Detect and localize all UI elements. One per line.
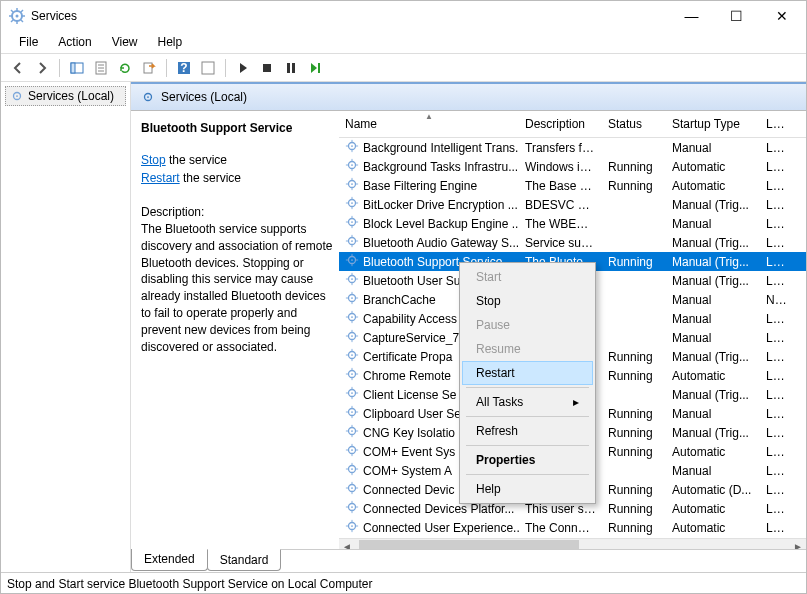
service-status	[602, 147, 666, 149]
svg-point-89	[351, 335, 353, 337]
ctx-help[interactable]: Help	[462, 477, 593, 501]
service-desc: The Base Fil...	[519, 178, 602, 194]
service-name: Client License Se	[363, 388, 456, 402]
service-status	[602, 280, 666, 282]
service-startup: Automatic	[666, 520, 760, 536]
service-logon: Loc	[760, 178, 790, 194]
forward-button[interactable]	[31, 57, 53, 79]
ctx-resume: Resume	[462, 337, 593, 361]
table-row[interactable]: BitLocker Drive Encryption ...BDESVC hos…	[339, 195, 806, 214]
service-startup: Manual	[666, 140, 760, 156]
minimize-button[interactable]: —	[669, 2, 714, 30]
col-description[interactable]: Description	[519, 111, 602, 137]
service-logon: Loc	[760, 216, 790, 232]
menu-help[interactable]: Help	[148, 33, 193, 51]
scroll-thumb[interactable]	[359, 540, 579, 549]
gear-icon	[345, 462, 359, 479]
tree-item-services-local[interactable]: Services (Local)	[5, 86, 126, 106]
service-desc: The Connec...	[519, 520, 602, 536]
menu-action[interactable]: Action	[48, 33, 101, 51]
status-bar: Stop and Start service Bluetooth Support…	[1, 572, 806, 594]
service-status	[602, 204, 666, 206]
stop-link[interactable]: Stop	[141, 153, 166, 167]
service-status: Running	[602, 520, 666, 536]
service-name: Background Intelligent Trans...	[363, 141, 519, 155]
service-status: Running	[602, 501, 666, 517]
refresh-button[interactable]	[114, 57, 136, 79]
horizontal-scrollbar[interactable]: ◄ ►	[339, 538, 806, 549]
svg-point-41	[351, 183, 353, 185]
export-button[interactable]	[138, 57, 160, 79]
svg-text:?: ?	[180, 61, 187, 75]
service-desc: Service sup...	[519, 235, 602, 251]
help-button[interactable]: ?	[173, 57, 195, 79]
service-status: Running	[602, 254, 666, 270]
scroll-left-icon[interactable]: ◄	[339, 541, 355, 549]
gear-icon	[345, 424, 359, 441]
service-logon: Net	[760, 292, 790, 308]
start-service-button[interactable]	[232, 57, 254, 79]
properties-button[interactable]	[90, 57, 112, 79]
col-logon[interactable]: Log	[760, 111, 790, 137]
tab-standard[interactable]: Standard	[207, 549, 282, 571]
ctx-all-tasks[interactable]: All Tasks▸	[462, 390, 593, 414]
service-logon: Loc	[760, 159, 790, 175]
show-hide-button[interactable]	[66, 57, 88, 79]
sort-asc-icon: ▲	[425, 112, 433, 121]
service-logon: Loc	[760, 197, 790, 213]
pause-service-button[interactable]	[280, 57, 302, 79]
gear-icon	[345, 272, 359, 289]
tree-item-label: Services (Local)	[28, 89, 114, 103]
table-row[interactable]: Background Tasks Infrastru...Windows in.…	[339, 157, 806, 176]
service-name: Background Tasks Infrastru...	[363, 160, 518, 174]
ctx-refresh[interactable]: Refresh	[462, 419, 593, 443]
svg-point-113	[351, 411, 353, 413]
context-menu: Start Stop Pause Resume Restart All Task…	[459, 262, 596, 504]
action-button[interactable]	[197, 57, 219, 79]
service-startup: Manual	[666, 330, 760, 346]
service-name: Connected Devic	[363, 483, 454, 497]
gear-icon	[345, 291, 359, 308]
svg-point-149	[351, 525, 353, 527]
service-startup: Manual (Trig...	[666, 349, 760, 365]
service-startup: Manual (Trig...	[666, 387, 760, 403]
service-logon: Loc	[760, 406, 790, 422]
ctx-stop[interactable]: Stop	[462, 289, 593, 313]
restart-service-button[interactable]	[304, 57, 326, 79]
gear-icon	[345, 519, 359, 536]
back-button[interactable]	[7, 57, 29, 79]
svg-point-137	[351, 487, 353, 489]
menu-bar: File Action View Help	[1, 31, 806, 54]
status-text: Stop and Start service Bluetooth Support…	[7, 577, 800, 590]
menu-view[interactable]: View	[102, 33, 148, 51]
ctx-restart[interactable]: Restart	[462, 361, 593, 385]
ctx-properties[interactable]: Properties	[462, 448, 593, 472]
menu-file[interactable]: File	[9, 33, 48, 51]
table-row[interactable]: Bluetooth Audio Gateway S...Service sup.…	[339, 233, 806, 252]
tab-extended[interactable]: Extended	[131, 549, 208, 571]
gear-icon	[345, 386, 359, 403]
close-button[interactable]: ✕	[759, 2, 804, 30]
svg-line-6	[11, 10, 13, 12]
scroll-right-icon[interactable]: ►	[790, 541, 806, 549]
table-row[interactable]: Base Filtering EngineThe Base Fil...Runn…	[339, 176, 806, 195]
gear-icon	[345, 329, 359, 346]
view-tabs: Extended Standard	[131, 549, 806, 572]
col-status[interactable]: Status	[602, 111, 666, 137]
service-status: Running	[602, 349, 666, 365]
maximize-button[interactable]: ☐	[714, 2, 759, 30]
service-startup: Manual (Trig...	[666, 273, 760, 289]
restart-link[interactable]: Restart	[141, 171, 180, 185]
table-row[interactable]: Connected User Experience...The Connec..…	[339, 518, 806, 537]
col-name[interactable]: Name▲	[339, 111, 519, 137]
table-row[interactable]: Background Intelligent Trans...Transfers…	[339, 138, 806, 157]
service-status	[602, 470, 666, 472]
svg-point-35	[351, 164, 353, 166]
svg-point-27	[147, 96, 149, 98]
service-name: Certificate Propa	[363, 350, 452, 364]
service-logon: Loc	[760, 482, 790, 498]
description-label: Description:	[141, 205, 333, 219]
stop-service-button[interactable]	[256, 57, 278, 79]
col-startup-type[interactable]: Startup Type	[666, 111, 760, 137]
table-row[interactable]: Block Level Backup Engine ...The WBENG..…	[339, 214, 806, 233]
